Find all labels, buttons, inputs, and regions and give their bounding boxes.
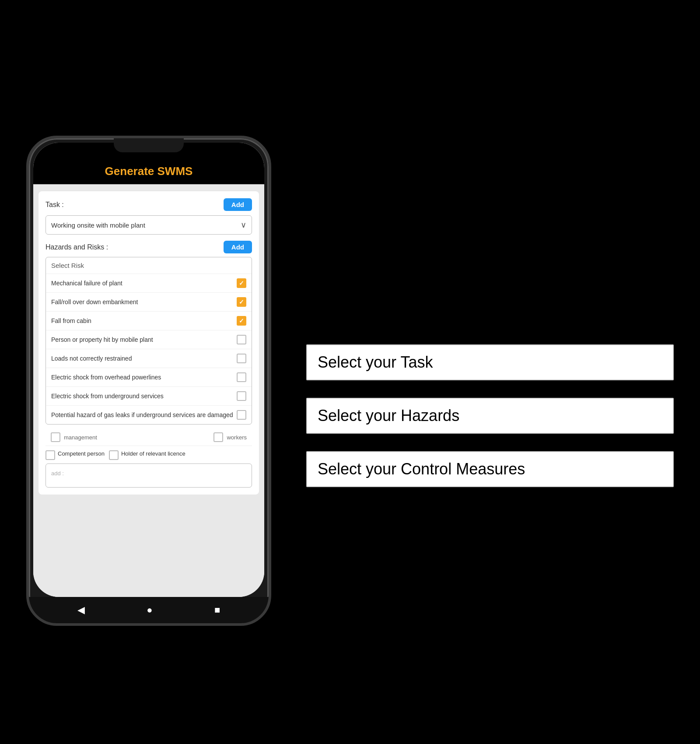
- app-header: Generate SWMS: [33, 160, 264, 184]
- instruction-label-3: Select your Control Measures: [306, 451, 674, 487]
- licence-holder-item[interactable]: Holder of relevant licence: [109, 450, 186, 460]
- add-field[interactable]: add :: [46, 463, 252, 488]
- partial-workers-text: workers: [227, 434, 247, 441]
- checkbox-2[interactable]: [237, 316, 246, 326]
- task-label: Task :: [46, 201, 64, 209]
- task-selected-value: Working onsite with mobile plant: [51, 221, 241, 229]
- competent-person-label: Competent person: [58, 450, 105, 457]
- checkbox-workers[interactable]: [214, 432, 223, 442]
- checkbox-competent-person[interactable]: [46, 450, 55, 460]
- instruction-label-2: Select your Hazards: [306, 398, 674, 434]
- checkbox-6[interactable]: [237, 391, 246, 401]
- hazards-label: Hazards and Risks :: [46, 243, 108, 251]
- checkbox-management[interactable]: [51, 432, 60, 442]
- list-item[interactable]: Fall from cabin: [46, 312, 252, 330]
- phone-shell: Generate SWMS Task : Add Working onsite …: [26, 136, 271, 626]
- hazards-dropdown-list: Select Risk Mechanical failure of plant …: [46, 257, 252, 425]
- instruction-label-1: Select your Task: [306, 344, 674, 380]
- list-item[interactable]: Electric shock from underground services: [46, 387, 252, 406]
- hazards-add-button[interactable]: Add: [224, 241, 252, 253]
- hazard-item-text-7: Potential hazard of gas leaks if undergr…: [51, 411, 237, 419]
- list-item[interactable]: Fall/roll over down embankment: [46, 293, 252, 312]
- checkbox-7[interactable]: [237, 410, 246, 420]
- task-field-row: Task : Add: [46, 198, 252, 211]
- licence-holder-label: Holder of relevant licence: [121, 450, 186, 457]
- list-item[interactable]: Person or property hit by mobile plant: [46, 330, 252, 349]
- hazard-item-text-2: Fall from cabin: [51, 317, 237, 325]
- list-item[interactable]: Electric shock from overhead powerlines: [46, 368, 252, 387]
- add-field-placeholder: add :: [51, 470, 64, 477]
- competent-person-item[interactable]: Competent person: [46, 450, 105, 460]
- list-item[interactable]: Mechanical failure of plant: [46, 274, 252, 293]
- checkbox-licence-holder[interactable]: [109, 450, 119, 460]
- list-item[interactable]: Loads not correctly restrained: [46, 349, 252, 368]
- right-panel: Select your Task Select your Hazards Sel…: [271, 257, 700, 487]
- checkbox-5[interactable]: [237, 372, 246, 382]
- phone-notch: [114, 138, 184, 152]
- checkbox-1[interactable]: [237, 297, 246, 307]
- bottom-checkboxes: Competent person Holder of relevant lice…: [46, 450, 252, 460]
- hazards-field-row: Hazards and Risks : Add: [46, 241, 252, 253]
- app-title: Generate SWMS: [105, 165, 193, 178]
- recent-apps-icon[interactable]: ■: [214, 604, 220, 616]
- checkbox-0[interactable]: [237, 278, 246, 288]
- screen: Generate SWMS Task : Add Working onsite …: [33, 143, 264, 597]
- home-icon[interactable]: ●: [147, 604, 152, 616]
- list-item[interactable]: Potential hazard of gas leaks if undergr…: [46, 406, 252, 424]
- select-risk-placeholder[interactable]: Select Risk: [46, 257, 252, 274]
- task-card: Task : Add Working onsite with mobile pl…: [38, 191, 259, 495]
- back-icon[interactable]: ◀: [77, 604, 85, 616]
- hazard-item-text-0: Mechanical failure of plant: [51, 279, 237, 287]
- hazard-item-text-6: Electric shock from underground services: [51, 392, 237, 400]
- hazard-item-text-4: Loads not correctly restrained: [51, 354, 237, 362]
- checkbox-4[interactable]: [237, 354, 246, 363]
- phone-container: Generate SWMS Task : Add Working onsite …: [26, 136, 271, 626]
- task-add-button[interactable]: Add: [224, 198, 252, 211]
- checkbox-3[interactable]: [237, 335, 246, 344]
- hazard-item-text-5: Electric shock from overhead powerlines: [51, 373, 237, 381]
- partial-item-management: management workers: [46, 429, 252, 446]
- main-content[interactable]: Task : Add Working onsite with mobile pl…: [33, 184, 264, 597]
- navigation-bar: ◀ ● ■: [29, 597, 269, 623]
- task-select-dropdown[interactable]: Working onsite with mobile plant ∨: [46, 215, 252, 235]
- hazard-item-text-3: Person or property hit by mobile plant: [51, 336, 237, 344]
- hazard-item-text-1: Fall/roll over down embankment: [51, 298, 237, 306]
- chevron-down-icon: ∨: [241, 220, 246, 230]
- partial-management-text: management: [64, 434, 214, 441]
